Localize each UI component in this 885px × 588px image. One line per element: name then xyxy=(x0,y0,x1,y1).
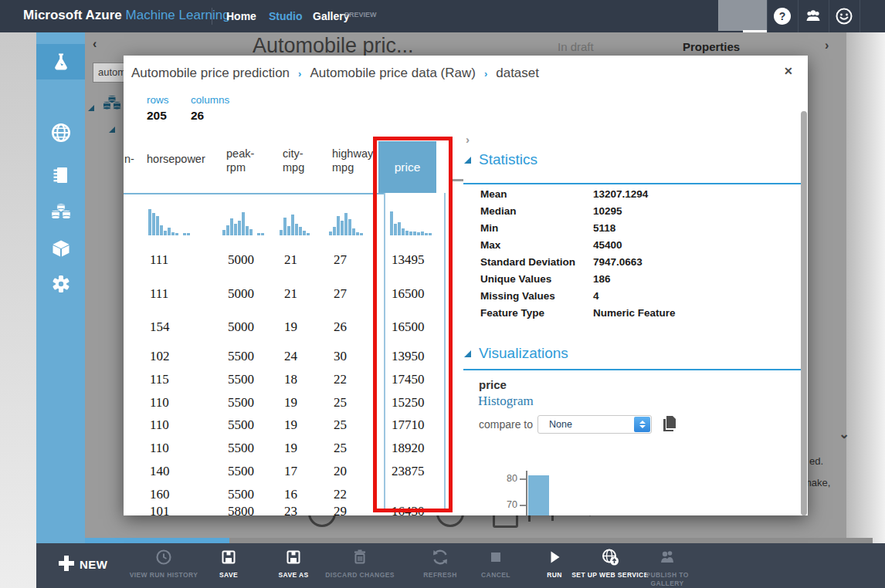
table-cell: 154 xyxy=(150,319,170,335)
y-tick-label: 70 xyxy=(494,499,517,510)
table-cell: 19 xyxy=(284,395,297,411)
table-cell: 16430 xyxy=(392,504,425,515)
description-fragment: ed. xyxy=(809,455,823,467)
table-cell: 18920 xyxy=(392,441,425,456)
vertical-scrollbar[interactable] xyxy=(801,111,807,515)
select-stepper-icon[interactable] xyxy=(634,417,650,432)
table-cell: 23 xyxy=(284,504,297,515)
table-cell: 5000 xyxy=(228,286,254,302)
status-badge: In draft xyxy=(558,40,594,53)
breadcrumb-experiment[interactable]: Automobile price prediction xyxy=(131,66,290,81)
table-cell: 25 xyxy=(334,395,347,411)
table-cell: 27 xyxy=(334,286,347,302)
compare-to-value: None xyxy=(549,419,572,430)
table-cell: 102 xyxy=(150,349,170,364)
tree-expand-icon xyxy=(88,105,94,111)
table-cell: 25 xyxy=(334,417,347,433)
sparkline-city-mpg xyxy=(280,207,310,235)
preview-badge: PREVIEW xyxy=(344,11,377,19)
publish-icon xyxy=(658,556,676,569)
stat-value: 45400 xyxy=(593,239,622,251)
table-cell: 16500 xyxy=(392,286,425,302)
header-underline xyxy=(124,193,384,194)
histogram-bar xyxy=(528,475,549,515)
table-cell: 25 xyxy=(334,441,347,456)
gear-icon xyxy=(50,273,72,295)
azure-ml-studio: ‹ Automobile pric... In draft Properties… xyxy=(0,0,885,588)
histogram-link[interactable]: Histogram xyxy=(478,394,534,409)
visualizations-section-header[interactable]: Visualizations xyxy=(479,345,568,362)
viz-field-name: price xyxy=(479,378,507,391)
web-service-icon xyxy=(601,556,619,569)
breadcrumb-port[interactable]: dataset xyxy=(496,66,539,81)
brand-divider xyxy=(212,8,212,25)
table-cell: 5000 xyxy=(228,252,254,268)
column-header-highway-mpg[interactable]: highway-mpg xyxy=(332,147,383,174)
scrollbar-thumb[interactable] xyxy=(85,538,229,543)
toolbar-button-label: PUBLISH TO GALLERY xyxy=(629,571,706,587)
experiment-title: Automobile pric... xyxy=(253,34,414,58)
sparkline-peak-rpm xyxy=(222,207,264,235)
help-icon[interactable]: ? xyxy=(773,7,792,25)
smiley-icon[interactable] xyxy=(835,7,853,25)
people-icon[interactable] xyxy=(804,7,822,25)
price-column-left-border xyxy=(384,193,385,511)
properties-panel-edge xyxy=(846,32,885,543)
table-cell: 22 xyxy=(334,372,347,387)
save-as-button[interactable]: SAVE AS xyxy=(255,548,332,580)
table-cell: 29 xyxy=(334,504,347,515)
sidebar-item-notebooks[interactable] xyxy=(36,157,85,193)
breadcrumb-dataset[interactable]: Automobile price data (Raw) xyxy=(310,66,475,81)
statistics-section-header[interactable]: Statistics xyxy=(479,151,537,168)
breadcrumb: Automobile price prediction › Automobile… xyxy=(131,66,539,81)
table-cell: 5500 xyxy=(228,417,254,433)
brand-ml: Machine Learning xyxy=(126,8,230,22)
table-cell: 16 xyxy=(284,487,297,502)
table-cell: 21 xyxy=(284,286,297,302)
sidebar-item-trained-models[interactable] xyxy=(36,231,85,266)
table-cell: 13495 xyxy=(392,252,425,268)
stat-label: Mean xyxy=(480,188,507,200)
command-toolbar: NEWVIEW RUN HISTORYSAVESAVE ASDISCARD CH… xyxy=(36,543,885,588)
column-header-price-selected[interactable]: price xyxy=(378,141,436,193)
close-icon[interactable]: ✕ xyxy=(784,65,793,77)
stat-label: Max xyxy=(480,239,500,251)
table-cell: 17 xyxy=(284,464,297,479)
columns-value: 26 xyxy=(191,109,204,123)
table-cell: 23875 xyxy=(392,464,425,479)
table-cell: 111 xyxy=(150,252,168,268)
sidebar-item-settings[interactable] xyxy=(36,266,85,302)
table-cell: 5800 xyxy=(228,504,254,515)
new-button[interactable]: NEW xyxy=(80,558,108,571)
column-header-clipped[interactable]: n- xyxy=(124,152,134,166)
account-underline xyxy=(743,30,767,32)
panel-expander-icon[interactable]: › xyxy=(466,133,470,146)
table-cell: 5500 xyxy=(228,441,254,456)
panel-divider-dash xyxy=(451,179,463,181)
toolbar-button-label: SAVE AS xyxy=(255,571,332,580)
y-tick-mark xyxy=(520,478,526,480)
flask-icon xyxy=(50,51,72,73)
table-cell: 18 xyxy=(284,372,297,387)
table-cell: 110 xyxy=(150,417,169,433)
column-header-city-mpg[interactable]: city-mpg xyxy=(283,147,318,174)
table-cell: 19 xyxy=(284,417,297,433)
stat-value: 4 xyxy=(593,290,599,302)
section-underline xyxy=(463,183,803,184)
stat-label: Feature Type xyxy=(480,307,544,319)
nav-studio[interactable]: Studio xyxy=(269,10,303,22)
topbar-divider xyxy=(829,0,829,32)
compare-to-select[interactable]: None xyxy=(537,415,652,434)
table-cell: 111 xyxy=(150,286,168,302)
copy-icon[interactable] xyxy=(662,415,677,432)
nav-home[interactable]: Home xyxy=(226,10,256,22)
horizontal-scrollbar[interactable] xyxy=(85,538,873,543)
column-header-peak-rpm[interactable]: peak-rpm xyxy=(226,147,265,174)
stat-label: Min xyxy=(480,222,498,234)
sidebar-item-web-services[interactable] xyxy=(36,115,85,150)
sidebar-item-experiments[interactable] xyxy=(36,44,85,79)
column-header-horsepower[interactable]: horsepower xyxy=(147,152,220,166)
table-cell: 5500 xyxy=(228,349,254,364)
globe-icon xyxy=(49,121,73,144)
sidebar-item-datasets[interactable] xyxy=(36,194,85,230)
